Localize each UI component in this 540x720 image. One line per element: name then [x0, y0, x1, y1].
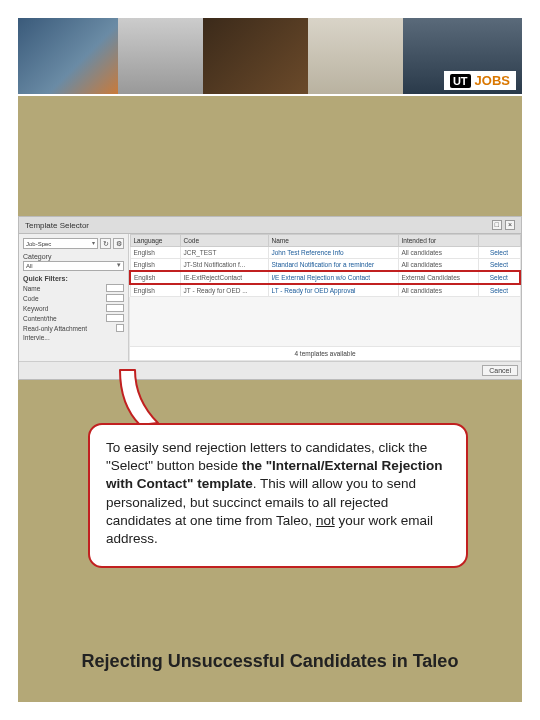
maximize-icon[interactable]: □	[492, 220, 502, 230]
template-table-pane: Language Code Name Intended for English …	[129, 234, 521, 361]
category-label: Category	[23, 253, 124, 260]
modal-title-text: Template Selector	[25, 221, 89, 230]
filter-content-input[interactable]	[106, 314, 124, 322]
modal-titlebar: Template Selector □ ×	[19, 217, 521, 234]
banner-photo-1	[18, 18, 118, 94]
ut-jobs-logo: UT JOBS	[444, 71, 516, 90]
close-icon[interactable]: ×	[505, 220, 515, 230]
col-name[interactable]: Name	[268, 235, 398, 247]
select-button[interactable]: Select	[478, 247, 520, 259]
quick-filters-heading: Quick Filters:	[23, 275, 124, 282]
filter-label-name: Name	[23, 285, 40, 292]
header-banner: UT JOBS	[18, 18, 522, 96]
filter-code-input[interactable]	[106, 294, 124, 302]
select-button[interactable]: Select	[478, 271, 520, 284]
col-language[interactable]: Language	[130, 235, 180, 247]
category-select[interactable]: All	[23, 261, 124, 271]
filter-label-content: Content/the	[23, 315, 57, 322]
filter-keyword-input[interactable]	[106, 304, 124, 312]
filter-readonly-checkbox[interactable]	[116, 324, 124, 332]
table-row: English JT-Std Notification f... Standar…	[130, 259, 520, 272]
col-code[interactable]: Code	[180, 235, 268, 247]
template-selector-modal: Template Selector □ × Job-Spec ↻ ⚙ Categ…	[18, 216, 522, 380]
logo-text: JOBS	[475, 73, 510, 88]
slide-title: Rejecting Unsuccessful Candidates in Tal…	[18, 651, 522, 672]
template-table: Language Code Name Intended for English …	[129, 234, 521, 297]
settings-icon[interactable]: ⚙	[113, 238, 124, 249]
logo-prefix: UT	[450, 74, 471, 88]
table-empty-space	[129, 297, 521, 347]
callout-text-underline: not	[316, 513, 335, 528]
table-row-highlighted: English IE-ExtRejectContact I/E External…	[130, 271, 520, 284]
banner-photo-2	[118, 18, 203, 94]
filter-name-input[interactable]	[106, 284, 124, 292]
select-button[interactable]: Select	[478, 259, 520, 272]
instruction-callout: To easily send rejection letters to cand…	[88, 423, 468, 568]
filter-label-interview: Intervie...	[23, 334, 50, 341]
col-action	[478, 235, 520, 247]
table-row: English JT - Ready for OED ... LT - Read…	[130, 284, 520, 297]
cancel-button[interactable]: Cancel	[482, 365, 518, 376]
template-count-status: 4 templates available	[129, 347, 521, 361]
col-intended[interactable]: Intended for	[398, 235, 478, 247]
filter-sidebar: Job-Spec ↻ ⚙ Category All Quick Filters:…	[19, 234, 129, 361]
filter-label-code: Code	[23, 295, 39, 302]
banner-photo-4	[308, 18, 403, 94]
table-row: English JCR_TEST John Test Reference Inf…	[130, 247, 520, 259]
refresh-icon[interactable]: ↻	[100, 238, 111, 249]
banner-photo-3	[203, 18, 308, 94]
context-picker[interactable]: Job-Spec	[23, 238, 98, 249]
filter-label-readonly: Read-only Attachment	[23, 325, 87, 332]
select-button[interactable]: Select	[478, 284, 520, 297]
filter-label-keyword: Keyword	[23, 305, 48, 312]
